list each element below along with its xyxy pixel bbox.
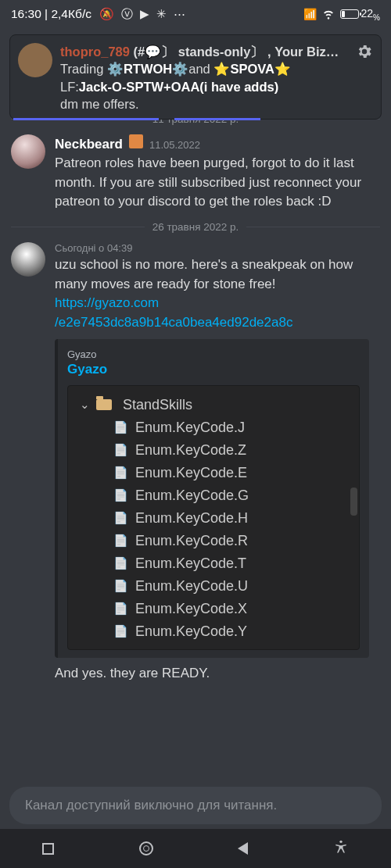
status-bar: 16:30 | 2,4Кб/с 🔕 ⓥ ▶ ✳ ⋯ 📶 22% <box>0 0 391 28</box>
tree-item-row: 📄Enum.KeyCode.Z <box>74 439 353 462</box>
loading-bar <box>10 118 381 120</box>
nav-back-button[interactable] <box>238 842 248 855</box>
avatar[interactable] <box>18 43 52 77</box>
avatar[interactable] <box>11 242 45 277</box>
tree-item-label: Enum.KeyCode.U <box>135 578 248 595</box>
status-time: 16:30 | 2,4Кб/с <box>11 7 91 21</box>
tree-item-label: Enum.KeyCode.Z <box>135 442 246 459</box>
folder-icon <box>96 399 112 410</box>
system-navbar <box>0 829 391 868</box>
tree-item-label: Enum.KeyCode.J <box>135 420 245 436</box>
message-text: Patreon roles have been purged, forgot t… <box>55 154 380 212</box>
message[interactable]: Neckbeard 11.05.2022 Patreon roles have … <box>0 128 391 215</box>
tree-item-row: 📄Enum.KeyCode.H <box>74 507 353 530</box>
quoted-channels: (#💬〕 stands-only〕 , Your Biz… <box>134 45 339 59</box>
script-icon: 📄 <box>113 511 129 525</box>
script-icon: 📄 <box>113 488 129 502</box>
tree-item-row: 📄Enum.KeyCode.U <box>74 575 353 598</box>
script-icon: 📄 <box>113 624 129 638</box>
embed-image[interactable]: ⌄ StandSkills 📄Enum.KeyCode.J📄Enum.KeyCo… <box>67 385 360 650</box>
tree-item-row: 📄Enum.KeyCode.R <box>74 530 353 552</box>
embed-title[interactable]: Gyazo <box>67 362 360 377</box>
message-timestamp: Сьогодні о 04:39 <box>55 242 132 254</box>
tree-item-label: Enum.KeyCode.G <box>135 488 249 504</box>
message[interactable]: Сьогодні о 04:39 uzu school is no more. … <box>0 236 391 686</box>
quoted-author[interactable]: thopro_789 <box>60 45 130 59</box>
tree-item-label: Enum.KeyCode.Y <box>135 623 247 640</box>
message-timestamp: 11.05.2022 <box>149 139 200 151</box>
battery-indicator: 22% <box>340 7 380 22</box>
script-icon: 📄 <box>113 579 129 593</box>
quoted-message-card[interactable]: thopro_789 (#💬〕 stands-only〕 , Your Biz…… <box>9 34 382 120</box>
input-placeholder: Канал доступний виключно для читання. <box>25 798 277 813</box>
signal-icon: 📶 <box>303 8 317 20</box>
chevron-down-icon: ⌄ <box>79 398 90 412</box>
message-link[interactable]: https://gyazo.com/e2e7453dc8a9b14ca0bea4… <box>55 294 380 332</box>
tree-item-label: Enum.KeyCode.T <box>135 555 246 572</box>
bell-off-icon: 🔕 <box>99 7 114 21</box>
script-icon: 📄 <box>113 602 129 616</box>
script-icon: 📄 <box>113 534 129 548</box>
tree-item-label: Enum.KeyCode.R <box>135 533 248 549</box>
folder-label: StandSkills <box>123 397 192 413</box>
nav-recent-button[interactable] <box>42 843 54 855</box>
date-divider: 26 травня 2022 р. <box>11 221 380 233</box>
script-icon: 📄 <box>113 443 129 457</box>
quoted-line4: dm me offers. <box>60 95 348 113</box>
tree-item-row: 📄Enum.KeyCode.J <box>74 416 353 439</box>
nav-accessibility-button[interactable] <box>333 839 349 859</box>
message-text: And yes. they are READY. <box>55 664 380 684</box>
nav-home-button[interactable] <box>139 841 153 855</box>
embed-provider: Gyazo <box>67 348 360 360</box>
message-author[interactable]: Neckbeard <box>55 137 123 152</box>
script-icon: 📄 <box>113 420 129 434</box>
tree-item-row: 📄Enum.KeyCode.X <box>74 598 353 620</box>
tree-item-row: 📄Enum.KeyCode.T <box>74 552 353 575</box>
tree-item-row: 📄Enum.KeyCode.G <box>74 484 353 507</box>
gear-icon[interactable] <box>356 43 373 113</box>
tree-item-label: Enum.KeyCode.E <box>135 465 247 481</box>
embed-card[interactable]: Gyazo Gyazo ⌄ StandSkills 📄Enum.KeyCode.… <box>55 339 369 658</box>
script-icon: 📄 <box>113 466 129 480</box>
message-text: uzu school is no more. here's a sneakpea… <box>55 255 380 294</box>
star-icon: ✳ <box>156 7 167 21</box>
svg-point-0 <box>339 840 342 842</box>
viber-icon: ⓥ <box>121 7 133 22</box>
tree-item-label: Enum.KeyCode.H <box>135 510 248 527</box>
more-icon: ⋯ <box>174 7 185 21</box>
tree-item-row: 📄Enum.KeyCode.Y <box>74 620 353 643</box>
youtube-icon: ▶ <box>140 7 149 21</box>
tree-item-row: 📄Enum.KeyCode.E <box>74 462 353 484</box>
script-icon: 📄 <box>113 556 129 570</box>
scrollbar-thumb <box>350 488 357 516</box>
wifi-icon <box>322 8 335 20</box>
tree-folder-row: ⌄ StandSkills <box>74 394 353 416</box>
author-badge-icon <box>129 134 143 148</box>
avatar[interactable] <box>11 134 45 169</box>
chat-input-readonly: Канал доступний виключно для читання. <box>9 787 382 824</box>
tree-item-label: Enum.KeyCode.X <box>135 601 247 617</box>
